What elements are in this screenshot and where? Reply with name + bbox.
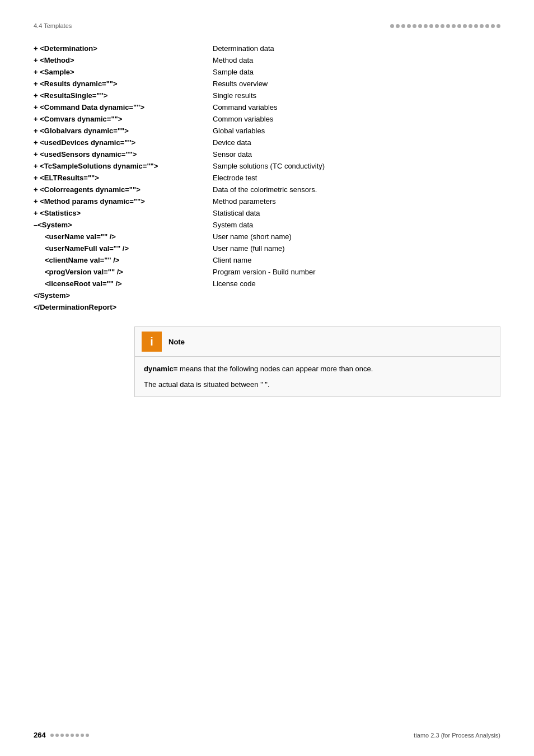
row-right-13: Method parameters: [213, 197, 500, 206]
row-right-3: Results overview: [213, 80, 500, 88]
header-dot-16: [474, 24, 478, 28]
table-row: + <Colorreagents dynamic="">Data of the …: [34, 184, 500, 195]
row-left-4: + <ResultaSingle="">: [34, 91, 213, 100]
footer-dot-2: [55, 734, 59, 737]
row-right-11: Electrode test: [213, 174, 500, 182]
row-left-10: + <TcSampleSolutions dynamic="">: [34, 162, 213, 170]
table-row: + <ResultaSingle="">Single results: [34, 90, 500, 101]
product-name: tiamo 2.3 (for Process Analysis): [414, 732, 500, 739]
row-left-7: + <Globalvars dynamic="">: [34, 127, 213, 135]
table-row: + <Results dynamic="">Results overview: [34, 78, 500, 90]
table-row: <licenseRoot val="" />License code: [34, 278, 500, 290]
header-dot-19: [491, 24, 495, 28]
table-row: <progVersion val="" />Program version - …: [34, 266, 500, 278]
row-right-9: Sensor data: [213, 150, 500, 158]
row-right-17: User name (full name): [213, 244, 500, 253]
row-left-11: + <ELTResults="">: [34, 174, 213, 182]
table-row: <clientName val="" />Client name: [34, 254, 500, 266]
table-row: + <usedSensors dynamic="">Sensor data: [34, 148, 500, 160]
table-row: + <Statistics>Statistical data: [34, 207, 500, 219]
note-header: i Note: [135, 327, 500, 357]
row-left-3: + <Results dynamic="">: [34, 80, 213, 88]
table-row: + <Determination>Determination data: [34, 43, 500, 54]
table-row: + <TcSampleSolutions dynamic="">Sample s…: [34, 160, 500, 172]
footer-dot-1: [50, 734, 54, 737]
row-left-6: + <Comvars dynamic="">: [34, 115, 213, 123]
footer-dot-5: [71, 734, 74, 737]
note-line2: The actual data is situated between " ".: [144, 379, 491, 390]
row-right-19: Program version - Build number: [213, 268, 500, 276]
header-dot-17: [480, 24, 484, 28]
footer-dot-8: [86, 734, 89, 737]
row-left-9: + <usedSensors dynamic="">: [34, 150, 213, 158]
header-dot-5: [413, 24, 416, 28]
row-right-15: System data: [213, 221, 500, 229]
row-right-4: Single results: [213, 91, 500, 100]
row-right-8: Device data: [213, 138, 500, 147]
footer-dot-7: [81, 734, 84, 737]
row-left-0: + <Determination>: [34, 44, 213, 53]
table-row: + <Method params dynamic="">Method param…: [34, 195, 500, 207]
row-left-17: <userNameFull val="" />: [34, 244, 213, 253]
header-dot-10: [441, 24, 444, 28]
note-line1: dynamic= means that the following nodes …: [144, 363, 491, 375]
row-left-15: –<System>: [34, 221, 213, 229]
table-row: </System>: [34, 290, 500, 301]
row-left-19: <progVersion val="" />: [34, 268, 213, 276]
row-right-12: Data of the colorimetric sensors.: [213, 185, 500, 194]
header-dot-1: [390, 24, 394, 28]
header-dot-8: [429, 24, 433, 28]
table-row: –<System>System data: [34, 219, 500, 231]
page: 4.4 Templates + <Determination>Deter: [0, 0, 534, 431]
note-box: i Note dynamic= means that the following…: [134, 326, 500, 397]
table-row: + <Method>Method data: [34, 54, 500, 66]
row-right-5: Command variables: [213, 103, 500, 111]
footer-dot-4: [65, 734, 69, 737]
row-right-10: Sample solutions (TC conductivity): [213, 162, 500, 170]
row-left-5: + <Command Data dynamic="">: [34, 103, 213, 111]
header-dot-3: [401, 24, 405, 28]
row-right-1: Method data: [213, 56, 500, 64]
table-row: + <Command Data dynamic="">Command varia…: [34, 101, 500, 113]
row-right-16: User name (short name): [213, 232, 500, 241]
footer-dot-6: [76, 734, 79, 737]
table-row: + <ELTResults="">Electrode test: [34, 172, 500, 184]
header-dot-4: [407, 24, 411, 28]
page-header: 4.4 Templates: [34, 22, 500, 29]
page-footer: 264 tiamo 2.3 (for Process Analysis): [34, 731, 500, 739]
xml-table: + <Determination>Determination data+ <Me…: [34, 43, 500, 313]
row-left-21: </System>: [34, 291, 213, 300]
table-row: </DeterminationReport>: [34, 301, 500, 313]
row-left-12: + <Colorreagents dynamic="">: [34, 185, 213, 194]
header-dot-20: [496, 24, 500, 28]
row-right-6: Common variables: [213, 115, 500, 123]
row-right-18: Client name: [213, 256, 500, 264]
footer-decoration: [50, 734, 89, 737]
section-label: 4.4 Templates: [34, 22, 72, 29]
header-dot-2: [396, 24, 400, 28]
header-decoration: [390, 24, 500, 28]
row-left-16: <userName val="" />: [34, 232, 213, 241]
row-left-14: + <Statistics>: [34, 209, 213, 217]
table-row: + <Comvars dynamic="">Common variables: [34, 113, 500, 125]
note-icon: i: [142, 332, 162, 352]
note-icon-label: i: [150, 335, 153, 348]
table-row: <userName val="" />User name (short name…: [34, 231, 500, 242]
row-left-8: + <usedDevices dynamic="">: [34, 138, 213, 147]
footer-dot-3: [60, 734, 64, 737]
note-body: dynamic= means that the following nodes …: [135, 357, 500, 396]
row-left-13: + <Method params dynamic="">: [34, 197, 213, 206]
header-dot-13: [457, 24, 461, 28]
header-dot-6: [418, 24, 422, 28]
row-left-18: <clientName val="" />: [34, 256, 213, 264]
header-dot-18: [485, 24, 489, 28]
page-number: 264: [34, 731, 46, 739]
row-left-1: + <Method>: [34, 56, 213, 64]
header-dot-12: [452, 24, 456, 28]
header-dot-15: [469, 24, 472, 28]
note-line1-rest: means that the following nodes can appea…: [177, 365, 373, 373]
note-title: Note: [168, 338, 185, 346]
row-right-2: Sample data: [213, 68, 500, 76]
header-dot-14: [463, 24, 467, 28]
header-dot-7: [424, 24, 428, 28]
